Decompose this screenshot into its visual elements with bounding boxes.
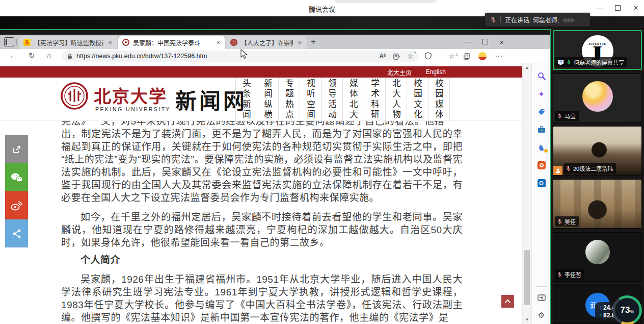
participant-tile[interactable]: 吴佳 <box>553 179 642 229</box>
performance-gauge: 73 % <box>612 295 642 324</box>
favorites-icon[interactable]: ☆≡ <box>448 52 455 60</box>
speaking-indicator-text: 正在讲话: 何磊老师; <box>505 15 559 24</box>
browser-minimize-icon[interactable]: — <box>465 38 471 45</box>
add-favorite-icon[interactable]: ☆+ <box>407 52 414 60</box>
pku-seal-icon <box>122 39 129 46</box>
tab-title: 【宪法学习】听这些教授讲宪法 <box>34 38 103 47</box>
tab-title: 吴家麟：中国宪法学泰斗 <box>133 38 211 47</box>
meeting-control-bar-peek <box>335 0 437 3</box>
nav-item-media[interactable]: 媒体北大 <box>342 78 364 121</box>
tab-close-icon[interactable]: × <box>107 39 113 46</box>
pku-logo-chinese[interactable]: 北京大学 <box>94 83 167 108</box>
sidebar-add-icon[interactable] <box>536 195 547 207</box>
more-menu-icon[interactable]: ⋯ <box>495 52 502 61</box>
meeting-logo-watermark-icon: ◆◆◆ <box>564 16 575 23</box>
sidebar-office-icon[interactable] <box>536 160 547 171</box>
up-arrow-icon: ↑ <box>599 304 602 311</box>
share-toolbar <box>5 135 28 247</box>
chevron-up-icon <box>504 299 511 304</box>
tab-wu-jialin-article[interactable]: 吴家麟：中国宪法学泰斗 × <box>118 36 225 49</box>
sidebar-tools-icon[interactable] <box>536 124 547 135</box>
scroll-up-icon[interactable]: ▲ <box>523 65 531 70</box>
read-aloud-icon[interactable]: A)) <box>379 53 386 60</box>
nav-item-academic[interactable]: 学术科研 <box>364 78 385 121</box>
toolbar-divider <box>440 53 440 60</box>
browser-close-icon[interactable]: × <box>499 38 504 46</box>
mouse-cursor-icon <box>240 49 248 60</box>
pooh-extension-icon[interactable] <box>478 52 487 60</box>
mic-muted-icon <box>490 16 496 23</box>
wechat-icon <box>11 172 23 183</box>
sidebar-games-icon[interactable]: ♞ <box>536 142 547 153</box>
tab-actions-menu-icon[interactable] <box>4 37 14 46</box>
main-nav: 头条新闻 新闻纵横 专题热点 视听空间 领导活动 媒体北大 学术科研 北大人物 … <box>235 78 450 121</box>
refresh-icon[interactable]: ↻ <box>29 51 35 60</box>
tab-constitution-lectures[interactable]: S 【宪法学习】听这些教授讲宪法 × <box>19 36 117 49</box>
close-icon[interactable]: × <box>632 4 640 13</box>
home-icon[interactable]: ⌂ <box>47 51 51 60</box>
share-more-button[interactable] <box>5 219 28 247</box>
pku-logo-english: PEKING UNIVERSITY <box>95 106 171 112</box>
mic-muted-icon <box>566 165 571 172</box>
restore-icon[interactable] <box>613 5 622 12</box>
nav-item-news[interactable]: 新闻纵横 <box>257 78 278 121</box>
sidebar-search-icon[interactable] <box>536 70 547 82</box>
screen-share-icon <box>557 60 564 65</box>
immersive-reader-icon[interactable] <box>393 53 400 60</box>
collections-icon[interactable] <box>463 53 470 60</box>
new-tab-icon[interactable]: + <box>311 37 315 46</box>
wechat-share-button[interactable] <box>5 163 28 191</box>
back-icon[interactable]: ← <box>9 51 17 60</box>
weibo-share-button[interactable] <box>5 191 28 219</box>
browser-essentials-icon[interactable] <box>425 52 432 60</box>
pku-seal-logo-icon[interactable] <box>60 82 89 110</box>
meeting-window-title: 腾讯会议 <box>309 4 335 14</box>
sidebar-shopping-icon[interactable] <box>536 106 547 117</box>
url-text[interactable]: https://news.pku.edu.cn/bdrw/137-122596.… <box>76 53 375 60</box>
tab-xu-chongde-article[interactable]: 【人大之子】许崇德：学而为宪 × <box>226 36 307 49</box>
participant-tile[interactable]: 马莹 <box>553 73 642 123</box>
tencent-meeting-window: 腾讯会议 — × 正在讲话: 何磊老师; ◆◆◆ S 【宪法学 <box>0 0 644 324</box>
browser-toolbar: ← ↻ ⌂ https://news.pku.edu.cn/bdrw/137-1… <box>0 49 551 63</box>
sidebar-outlook-icon[interactable]: O <box>536 178 547 189</box>
participant-tile[interactable]: 20级法二唐浩玮 <box>553 126 642 176</box>
nav-item-people[interactable]: 北大人物 <box>385 78 407 121</box>
mic-muted-icon <box>557 218 562 225</box>
minimize-icon[interactable]: — <box>595 5 603 12</box>
sidebar-copilot-icon[interactable]: ✦ <box>536 88 547 99</box>
page-scrollbar[interactable]: ▲ ▼ <box>522 63 531 324</box>
nav-item-headlines[interactable]: 头条新闻 <box>235 78 257 121</box>
nav-item-special-topics[interactable]: 专题热点 <box>278 78 300 121</box>
english-link[interactable]: English <box>426 68 446 76</box>
participant-label: 吴佳 <box>555 216 579 227</box>
sohu-s-icon: S <box>23 39 31 46</box>
tab-close-icon[interactable]: × <box>297 39 303 46</box>
scroll-down-icon[interactable]: ▼ <box>523 317 531 322</box>
pku-home-link[interactable]: 北大主页 <box>387 68 412 77</box>
sidebar-settings-icon[interactable]: ⚙ <box>536 310 547 321</box>
pku-topbar: 北大主页 English <box>0 66 522 78</box>
share-export-button[interactable] <box>5 135 28 163</box>
gauge-percent: 73 <box>621 305 630 315</box>
browser-maximize-icon[interactable] <box>482 37 488 46</box>
sidebar-panel-icon[interactable] <box>536 292 547 303</box>
edge-sidebar: ✦ ♞ O ⚙ <box>531 63 551 324</box>
nav-item-campus-media[interactable]: 校园媒体 <box>428 78 450 121</box>
tab-close-icon[interactable]: × <box>215 39 221 46</box>
person-badge-icon <box>553 166 562 175</box>
participant-name: 吴佳 <box>565 217 576 226</box>
nav-item-campus-culture[interactable]: 校园文化 <box>407 78 428 121</box>
participant-tile[interactable]: 李佳哲 <box>553 232 642 282</box>
scrollbar-thumb[interactable] <box>524 250 530 305</box>
tabstrip-divider <box>16 39 17 45</box>
page-content: 宪法》一文，对5年来执行现行宪法的经验以及存在的主要问题阐述了自己的看法。他指 … <box>0 63 551 324</box>
tab-title: 【人大之子】许崇德：学而为宪 <box>241 38 293 47</box>
nav-item-audio-visual[interactable]: 视听空间 <box>300 78 321 121</box>
participant-tile-screen-share[interactable]: JUVENTUS JJ 何磊老师的屏幕共享 <box>553 30 642 70</box>
nav-item-leadership[interactable]: 领导活动 <box>321 78 342 121</box>
mic-muted-icon <box>557 113 562 119</box>
participant-label: 何磊老师的屏幕共享 <box>555 57 627 67</box>
back-to-top-button[interactable] <box>501 295 514 308</box>
avatar <box>582 81 613 112</box>
export-icon <box>12 144 22 155</box>
